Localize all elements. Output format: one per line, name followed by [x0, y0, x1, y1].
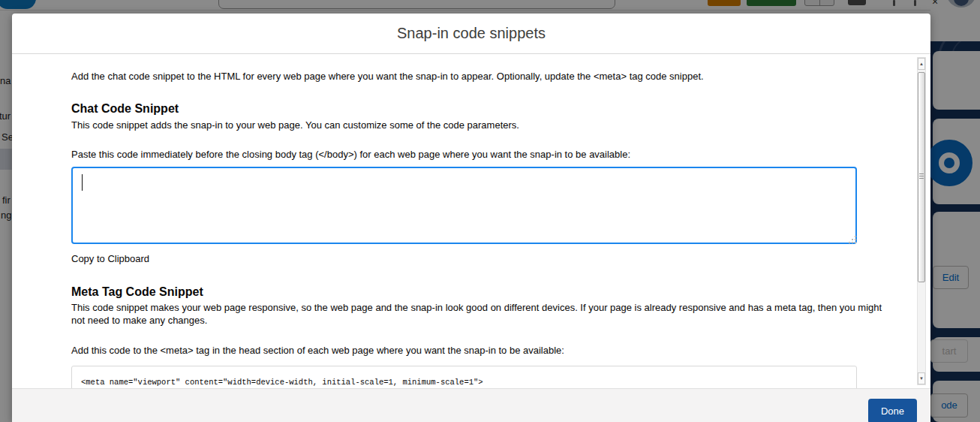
modal-title: Snap-in code snippets — [12, 25, 930, 42]
screen: × na tur Se fir ng Edit tart od — [0, 0, 980, 422]
meta-code-instruction: Add this code to the <meta> tag in the h… — [71, 344, 564, 357]
done-button[interactable]: Done — [868, 399, 917, 422]
chat-section-description: This code snippet adds the snap-in to yo… — [71, 119, 519, 131]
scroll-down-button[interactable]: ▼ — [918, 372, 925, 384]
chat-section-heading: Chat Code Snippet — [71, 102, 179, 116]
chat-code-instruction: Paste this code immediately before the c… — [71, 148, 630, 161]
snapin-code-snippets-modal: Snap-in code snippets Add the chat code … — [12, 14, 930, 422]
chat-code-field — [71, 167, 857, 244]
meta-section-description: This code snippet makes your web page re… — [71, 301, 885, 327]
intro-text: Add the chat code snippet to the HTML fo… — [71, 70, 704, 83]
scroll-up-button[interactable]: ▲ — [918, 58, 925, 70]
meta-section-heading: Meta Tag Code Snippet — [71, 285, 203, 299]
chat-code-textarea[interactable] — [71, 167, 857, 244]
scrollbar-grip-icon — [919, 173, 924, 174]
modal-header: Snap-in code snippets — [12, 14, 930, 54]
copy-to-clipboard-link[interactable]: Copy to Clipboard — [71, 253, 149, 264]
scrollbar-thumb[interactable] — [918, 72, 925, 282]
modal-scrollbar[interactable]: ▲ ▼ — [917, 57, 926, 385]
meta-code-input[interactable] — [71, 366, 857, 388]
modal-body: Add the chat code snippet to the HTML fo… — [12, 54, 930, 388]
modal-footer: Done — [12, 388, 930, 422]
